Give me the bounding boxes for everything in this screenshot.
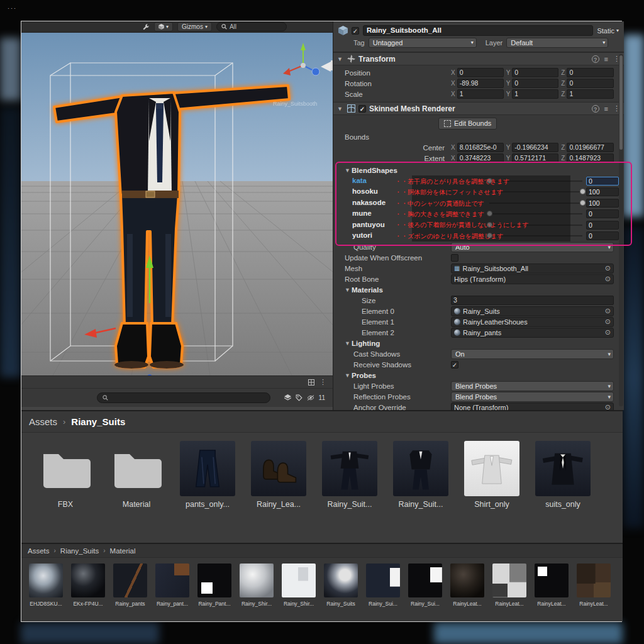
mesh-object-field[interactable]: ▦ Rainy_Suitsbooth_All ⊙ <box>451 264 614 274</box>
material-thumbnail[interactable] <box>577 564 611 597</box>
material-thumbnail[interactable] <box>366 564 400 597</box>
reflection-probes-dropdown[interactable]: Blend Probes▾ <box>451 392 614 402</box>
material-thumbnail[interactable] <box>450 564 484 597</box>
blendshape-value-field[interactable]: 0 <box>586 221 619 230</box>
suit-asset-thumbnail[interactable] <box>393 441 448 496</box>
list-item[interactable]: RainyLeat... <box>577 564 611 607</box>
material-thumbnail[interactable] <box>282 564 316 597</box>
object-picker-icon[interactable]: ⊙ <box>605 328 611 336</box>
breadcrumb-mid[interactable]: Riany_Suits <box>60 547 99 555</box>
help-icon[interactable]: ? <box>592 105 599 113</box>
material-thumbnail[interactable] <box>71 564 105 597</box>
position-z-field[interactable]: 0 <box>567 68 614 77</box>
list-item[interactable]: pants_only... <box>179 441 236 509</box>
blendshape-value-field[interactable]: 0 <box>586 177 619 186</box>
gameobject-name-field[interactable]: Rainy_Suitsbooth_All <box>363 25 593 36</box>
list-item[interactable]: EHJD8SKU... <box>29 564 63 607</box>
active-checkbox[interactable]: ✓ <box>352 27 359 35</box>
eye-off-icon[interactable] <box>307 394 314 401</box>
probes-foldout[interactable]: Probes <box>352 372 376 379</box>
jacket-asset-thumbnail[interactable] <box>535 441 591 496</box>
static-dropdown[interactable]: Static ▾ <box>597 27 619 35</box>
breadcrumb-current[interactable]: Material <box>110 547 136 555</box>
list-item[interactable]: Rainy_Sui... <box>366 564 400 607</box>
light-probes-dropdown[interactable]: Blend Probes▾ <box>451 381 614 391</box>
folder-icon[interactable] <box>109 441 164 496</box>
quality-dropdown[interactable]: Auto▾ <box>451 242 614 252</box>
list-item[interactable]: Rainy_Lea... <box>250 441 308 509</box>
layer-dropdown[interactable]: Default ▾ <box>506 38 608 48</box>
cast-shadows-dropdown[interactable]: On▾ <box>451 349 614 359</box>
wrench-icon[interactable] <box>142 23 150 31</box>
list-item[interactable]: Rainy_pant... <box>155 564 189 607</box>
list-item[interactable]: suits_only <box>534 441 592 509</box>
layers-icon[interactable] <box>284 394 291 401</box>
blendshape-value-field[interactable]: 0 <box>586 231 619 240</box>
list-item[interactable]: FBX <box>36 441 94 509</box>
material-thumbnail[interactable] <box>408 564 442 597</box>
inspector-scrollbar[interactable] <box>619 54 623 406</box>
materials-size-field[interactable]: 3 <box>451 296 614 305</box>
rotation-y-field[interactable]: 0 <box>512 79 558 88</box>
blendshape-value-field[interactable]: 100 <box>586 199 619 208</box>
chevron-down-icon[interactable]: ▼ <box>345 372 352 379</box>
scale-y-field[interactable]: 1 <box>512 89 558 99</box>
lighting-foldout[interactable]: Lighting <box>352 340 380 347</box>
blendshape-value-field[interactable]: 0 <box>586 209 619 218</box>
object-picker-icon[interactable]: ⊙ <box>605 275 611 283</box>
skinned-mesh-renderer-header[interactable]: ▼ ✓ Skinned Mesh Renderer ?≡⋮ <box>333 102 624 115</box>
list-item[interactable]: Rainy_Suit... <box>321 441 379 509</box>
help-icon[interactable]: ? <box>592 55 599 63</box>
material-element-field[interactable]: RainyLeatherShoues ⊙ <box>451 317 614 327</box>
list-item[interactable]: Rainy_Sui... <box>408 564 442 607</box>
pants-asset-thumbnail[interactable] <box>180 441 235 496</box>
bounds-center-z-field[interactable]: 0.01966677 <box>567 143 614 152</box>
gizmos-dropdown[interactable]: Gizmos ▾ <box>177 22 212 31</box>
object-picker-icon[interactable]: ⊙ <box>605 318 611 326</box>
material-thumbnail[interactable] <box>324 564 358 597</box>
position-y-field[interactable]: 0 <box>512 68 558 77</box>
shoes-asset-thumbnail[interactable] <box>251 441 306 496</box>
bounds-extent-y-field[interactable]: 0.5712171 <box>512 153 558 163</box>
list-item[interactable]: EKx-FP4U... <box>71 564 105 607</box>
kebab-menu-icon[interactable]: ⋮ <box>319 378 326 386</box>
list-item[interactable]: Rainy_Suit... <box>392 441 450 509</box>
scale-z-field[interactable]: 1 <box>567 89 614 99</box>
material-thumbnail[interactable] <box>197 564 231 597</box>
scale-x-field[interactable]: 1 <box>457 89 504 99</box>
breadcrumb-current[interactable]: Riany_Suits <box>71 416 125 427</box>
component-enabled-checkbox[interactable]: ✓ <box>358 105 366 113</box>
object-picker-icon[interactable]: ⊙ <box>605 403 611 410</box>
object-picker-icon[interactable]: ⊙ <box>605 264 611 272</box>
list-item[interactable]: Rainy_Shir... <box>240 564 274 607</box>
list-item[interactable]: Rainy_pants <box>113 564 147 607</box>
slider-handle[interactable] <box>580 189 586 194</box>
presets-icon[interactable]: ≡ <box>604 105 608 113</box>
bounds-center-x-field[interactable]: 8.016825e-0 <box>457 143 504 152</box>
material-thumbnail[interactable] <box>535 564 569 597</box>
list-item[interactable]: RainyLeat... <box>535 564 569 607</box>
anchor-override-field[interactable]: None (Transform) ⊙ <box>451 402 614 411</box>
list-item[interactable]: Material <box>108 441 165 509</box>
chevron-down-icon[interactable]: ▼ <box>337 106 344 112</box>
slider-handle[interactable] <box>580 200 586 206</box>
rotation-x-field[interactable]: -89.98 <box>457 79 504 88</box>
grid-icon[interactable] <box>308 379 314 386</box>
list-item[interactable]: Rainy_Shir... <box>282 564 316 607</box>
bounds-center-y-field[interactable]: -0.1966234 <box>512 143 558 152</box>
material-thumbnail[interactable] <box>492 564 526 597</box>
list-item[interactable]: RainyLeat... <box>492 564 526 607</box>
material-thumbnail[interactable] <box>113 564 147 597</box>
suit-asset-thumbnail[interactable] <box>322 441 377 496</box>
material-element-field[interactable]: Rainy_Suits ⊙ <box>451 306 614 316</box>
blendshape-value-field[interactable]: 100 <box>586 187 619 196</box>
list-item[interactable]: Rainy_Pant... <box>197 564 231 607</box>
bounds-extent-z-field[interactable]: 0.1487923 <box>567 153 614 163</box>
list-item[interactable]: Rainy_Suits <box>324 564 358 607</box>
folder-icon[interactable] <box>38 441 93 496</box>
presets-icon[interactable]: ≡ <box>604 55 608 63</box>
chevron-down-icon[interactable]: ▼ <box>345 340 352 347</box>
breadcrumb-root[interactable]: Assets <box>29 416 57 427</box>
scene-search-field[interactable]: All <box>216 22 287 31</box>
chevron-down-icon[interactable]: ▼ <box>345 287 352 293</box>
